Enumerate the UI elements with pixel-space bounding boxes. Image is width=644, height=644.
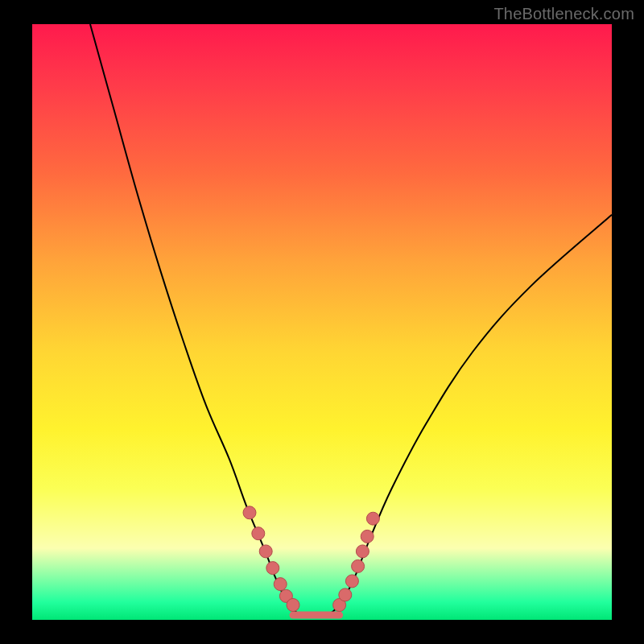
chart-frame: TheBottleneck.com [0,0,644,644]
marker-dot [356,545,369,558]
marker-dot [243,506,256,519]
marker-dot [345,575,358,588]
marker-dot [274,578,287,591]
marker-dot [352,559,365,572]
marker-dot [361,530,374,543]
plot-area [32,24,612,620]
marker-group [243,506,379,612]
marker-dot [339,588,352,601]
marker-dot [287,599,299,612]
marker-dot [366,512,379,525]
marker-dot [266,562,279,575]
marker-dot [252,527,265,540]
chart-svg [32,24,612,620]
marker-dot [259,545,272,558]
watermark-text: TheBottleneck.com [493,5,634,23]
bottleneck-curve [90,24,612,617]
